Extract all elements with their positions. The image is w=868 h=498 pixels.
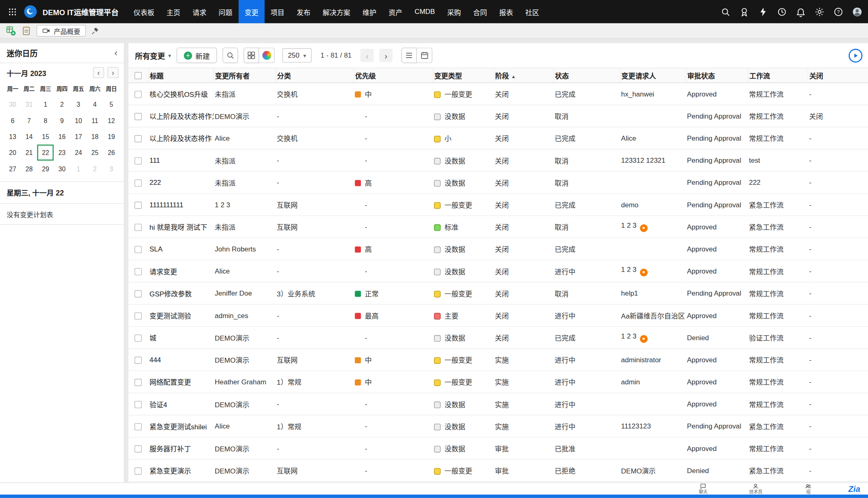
search-icon[interactable]	[720, 7, 731, 17]
table-row[interactable]: 444 DEMO演示 互联网 中 一般变更 实施 进行中 administrat…	[128, 349, 868, 371]
calendar-day[interactable]: 25	[87, 145, 103, 161]
prev-month-button[interactable]: ‹	[93, 67, 104, 78]
change-title-link[interactable]: 以上阶段及状态将作为变更的起...	[150, 113, 214, 121]
product-overview-chip[interactable]: 产品概要	[36, 25, 86, 36]
user-avatar[interactable]	[852, 7, 863, 17]
nav-item[interactable]: 资产	[383, 0, 409, 23]
add-table-icon[interactable]	[6, 25, 16, 36]
row-checkbox[interactable]	[134, 423, 142, 430]
nav-item[interactable]: 报表	[493, 0, 519, 23]
column-header[interactable]: 审批状态▲	[686, 68, 748, 83]
quick-actions-icon[interactable]	[758, 7, 768, 17]
clipboard-icon[interactable]	[21, 25, 31, 36]
change-title-link[interactable]: 请求变更	[150, 268, 177, 276]
nav-item[interactable]: 变更	[239, 0, 265, 23]
app-launcher-grid-icon[interactable]	[6, 5, 19, 18]
whats-new-icon[interactable]	[739, 7, 749, 17]
nav-item[interactable]: 问题	[213, 0, 239, 23]
notifications-bell-icon[interactable]	[796, 7, 806, 17]
calendar-day[interactable]: 8	[37, 112, 54, 128]
calendar-day[interactable]: 11	[87, 112, 103, 128]
calendar-day[interactable]: 28	[21, 161, 37, 177]
row-checkbox[interactable]	[134, 135, 142, 142]
row-checkbox[interactable]	[134, 224, 142, 231]
row-checkbox[interactable]	[134, 357, 142, 364]
change-title-link[interactable]: 111	[150, 157, 160, 164]
search-filter-button[interactable]	[223, 47, 238, 63]
help-icon[interactable]: ?	[833, 7, 844, 17]
nav-item[interactable]: 发布	[291, 0, 317, 23]
calendar-day[interactable]: 18	[87, 128, 103, 144]
nav-item[interactable]: 社区	[519, 0, 545, 23]
table-row[interactable]: 城 DEMO演示 - - 没数据 关闭 已完成 1 2 3★ Denied 验证…	[128, 327, 868, 349]
calendar-day[interactable]: 1	[37, 96, 54, 112]
nav-item[interactable]: 采购	[441, 0, 467, 23]
table-row[interactable]: GSP修改参数 Jeniffer Doe 3）业务系统 正常 一般变更 关闭 取…	[128, 282, 868, 304]
next-month-button[interactable]: ›	[107, 67, 119, 78]
change-title-link[interactable]: 1111111111	[150, 201, 183, 209]
calendar-day[interactable]: 27	[4, 161, 21, 177]
calendar-day[interactable]: 9	[54, 112, 70, 128]
calendar-day[interactable]: 21	[21, 145, 37, 161]
column-header[interactable]: 阶段▲	[494, 68, 553, 83]
chat-button[interactable]: 聊天	[691, 483, 716, 494]
row-checkbox[interactable]	[134, 334, 142, 342]
history-icon[interactable]	[777, 7, 787, 17]
technician-button[interactable]: 技术员	[743, 483, 768, 494]
change-title-link[interactable]: 核心交换机OS升级	[150, 91, 208, 99]
row-checkbox[interactable]	[134, 312, 142, 319]
calendar-day[interactable]: 5	[103, 96, 119, 112]
nav-item[interactable]: 解决方案	[317, 0, 357, 23]
table-row[interactable]: 验证4 DEMO演示 - - 没数据 实施 进行中 ★ Approved 常规工…	[128, 393, 868, 415]
calendar-day[interactable]: 31	[21, 96, 37, 112]
row-checkbox[interactable]	[134, 202, 142, 209]
table-row[interactable]: 核心交换机OS升级 未指派 交换机 中 一般变更 关闭 已完成 hx_hanwe…	[128, 83, 868, 105]
row-checkbox[interactable]	[134, 401, 142, 408]
calendar-day[interactable]: 14	[21, 128, 37, 144]
column-layout-button[interactable]	[244, 47, 259, 63]
column-header[interactable]: 优先级▲	[354, 68, 433, 83]
column-header[interactable]: 标题▲	[148, 68, 214, 83]
nav-item[interactable]: CMDB	[409, 0, 441, 23]
view-selector[interactable]: 所有变更 ▾	[135, 50, 171, 61]
calendar-day[interactable]: 7	[21, 112, 37, 128]
select-all-checkbox[interactable]	[134, 72, 142, 79]
table-row[interactable]: 服务器打补丁 DEMO演示 - - 没数据 审批 已批准 ★ Approved …	[128, 437, 868, 459]
calendar-day[interactable]: 1	[70, 161, 87, 177]
nav-item[interactable]: 维护	[356, 0, 383, 23]
calendar-day[interactable]: 12	[103, 112, 119, 128]
calendar-day[interactable]: 19	[103, 128, 119, 144]
table-row[interactable]: 紧急变更演示 DEMO演示 互联网 - 一般变更 审批 已拒绝 DEMO演示★ …	[128, 460, 868, 482]
change-title-link[interactable]: 变更测试测验	[150, 312, 191, 320]
table-row[interactable]: 网络配置变更 Heather Graham 1）常规 中 一般变更 实施 进行中…	[128, 371, 868, 393]
change-title-link[interactable]: 444	[150, 356, 161, 363]
column-header[interactable]: 变更类型▲	[433, 68, 494, 83]
column-header[interactable]: 变更所有者▲	[214, 68, 276, 83]
row-checkbox[interactable]	[134, 113, 142, 120]
row-checkbox[interactable]	[134, 268, 142, 275]
calendar-day[interactable]: 22	[37, 145, 54, 161]
sidebar-collapse-icon[interactable]: ‹	[114, 49, 117, 58]
change-title-link[interactable]: 紧急变更演示	[150, 467, 191, 475]
calendar-day[interactable]: 29	[37, 161, 54, 177]
column-header[interactable]: 变更请求人▲	[620, 68, 686, 83]
calendar-day[interactable]: 6	[4, 112, 21, 128]
table-row[interactable]: 请求变更 Alice - - 没数据 关闭 进行中 1 2 3★ Approve…	[128, 260, 868, 282]
calendar-day[interactable]: 4	[87, 96, 103, 112]
calendar-day[interactable]: 2	[54, 96, 70, 112]
row-checkbox[interactable]	[134, 467, 142, 475]
table-row[interactable]: 222 未指派 - 高 没数据 关闭 取消 ★ Pending Approval…	[128, 171, 868, 193]
table-row[interactable]: 以上阶段及状态将作为变更的起... DEMO演示 - - 没数据 关闭 取消 ★…	[128, 105, 868, 127]
calendar-day[interactable]: 3	[103, 161, 119, 177]
calendar-day[interactable]: 15	[37, 128, 54, 144]
column-header[interactable]: 分类▲	[276, 68, 354, 83]
calendar-day[interactable]: 13	[4, 128, 21, 144]
next-page-button[interactable]: ›	[379, 49, 393, 62]
color-palette-button[interactable]	[259, 47, 275, 63]
change-title-link[interactable]: 网络配置变更	[150, 379, 191, 387]
change-title-link[interactable]: GSP修改参数	[150, 290, 192, 298]
nav-item[interactable]: 项目	[264, 0, 291, 23]
row-checkbox[interactable]	[134, 290, 142, 297]
calendar-view-button[interactable]	[417, 47, 432, 63]
zia-assistant-button[interactable]: Zia	[848, 484, 860, 494]
